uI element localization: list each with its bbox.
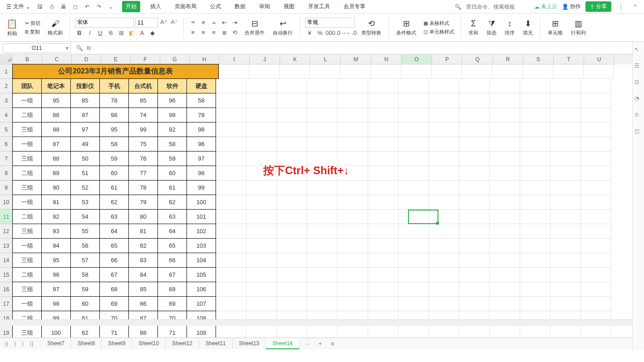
cell-H7[interactable]: 97 [187,151,216,166]
cell-Q19[interactable] [459,326,490,338]
cell-G14[interactable]: 66 [157,253,187,268]
cell-O12[interactable] [398,224,429,239]
cell-F3[interactable]: 85 [128,93,158,108]
cell-Q17[interactable] [459,297,490,311]
type-convert-button[interactable]: ⟲类型转换 [359,18,384,37]
cell-I19[interactable] [216,326,246,338]
sheet-tab-Sheet14[interactable]: Sheet14 [266,338,300,349]
ribbon-tab-0[interactable]: 开始 [122,1,140,12]
cancel-icon[interactable]: 🔍 [76,45,83,51]
cell-N11[interactable] [368,210,398,224]
cell-N1[interactable] [371,64,401,79]
border-icon[interactable]: ⊞ [117,29,126,38]
cell-G11[interactable]: 63 [157,209,187,224]
table-style-button[interactable]: ▦表格样式 [422,20,456,27]
cell-B13[interactable]: 一组 [12,238,42,253]
row-header-11[interactable]: 11 [0,210,13,224]
col-header-M[interactable]: M [341,54,371,64]
col-header-E[interactable]: E [101,54,131,64]
sheet-tab-Sheet7[interactable]: Sheet7 [41,338,71,349]
cell-B11[interactable]: 二组 [12,209,42,224]
cell-G6[interactable]: 58 [157,137,187,152]
cell-Q16[interactable] [459,282,490,297]
cell-H19[interactable]: 109 [187,325,216,338]
cell-P16[interactable] [429,282,459,297]
cell-K15[interactable] [277,268,307,282]
undo-icon[interactable]: ↶ [82,2,92,12]
cell-C9[interactable]: 90 [41,180,71,195]
cell-U3[interactable] [581,93,611,108]
cell-G10[interactable]: 62 [157,195,187,210]
cell-M19[interactable] [338,326,368,338]
select-all-corner[interactable] [0,54,13,64]
cell-N10[interactable] [368,195,398,210]
more-icon[interactable]: ⋮ [616,2,626,12]
cell-Q3[interactable] [459,93,490,108]
row-header-19[interactable]: 19 [0,326,13,338]
cell-B9[interactable]: 三组 [12,180,42,195]
cell-T14[interactable] [551,253,581,268]
cell-R16[interactable] [490,282,520,297]
cell-N7[interactable] [368,152,398,166]
cell-O3[interactable] [398,93,429,108]
cell-E2[interactable]: 手机 [99,78,129,93]
cell-I3[interactable] [216,93,246,108]
cell-P12[interactable] [429,224,459,239]
cell-H12[interactable]: 102 [187,224,216,239]
row-header-13[interactable]: 13 [0,239,13,253]
cell-L14[interactable] [307,253,338,268]
cell-I13[interactable] [216,239,246,253]
cell-I7[interactable] [216,152,246,166]
cell-F10[interactable]: 79 [128,195,158,210]
cell-F8[interactable]: 77 [128,166,158,181]
cell-M3[interactable] [338,93,368,108]
cell-D14[interactable]: 57 [70,253,100,268]
cell-G4[interactable]: 98 [157,108,187,122]
cell-S1[interactable] [523,64,553,79]
cell-H3[interactable]: 58 [187,93,216,108]
cell-D15[interactable]: 58 [70,267,100,282]
cell-Q15[interactable] [459,268,490,282]
cell-J19[interactable] [246,326,277,338]
sum-button[interactable]: Σ求和 [466,18,481,37]
cell-U7[interactable] [581,152,611,166]
cell-Q2[interactable] [459,79,490,93]
ribbon-tab-3[interactable]: 公式 [206,1,225,12]
cell-U2[interactable] [581,79,611,93]
cell-B2[interactable]: 团队 [12,78,42,93]
cell-I5[interactable] [216,122,246,137]
cell-H5[interactable]: 98 [187,122,216,137]
first-sheet-icon[interactable]: |⟨ [4,341,10,347]
cell-L17[interactable] [307,297,338,311]
cell-P4[interactable] [429,108,459,122]
cell-B7[interactable]: 三组 [12,151,42,166]
cell-S4[interactable] [520,108,551,122]
cell-U1[interactable] [584,64,614,79]
cell-P14[interactable] [429,253,459,268]
col-header-S[interactable]: S [523,54,554,64]
cell-D9[interactable]: 52 [70,180,100,195]
sheet-tab-Sheet13[interactable]: Sheet13 [233,338,266,349]
cell-J1[interactable] [249,64,280,79]
cell-E8[interactable]: 60 [99,166,129,181]
cell-T11[interactable] [551,210,581,224]
cell-D4[interactable]: 87 [70,108,100,122]
font-color-icon[interactable]: A [138,29,147,38]
cell-N9[interactable] [368,181,398,195]
cell-F11[interactable]: 80 [128,209,158,224]
cell-S6[interactable] [520,137,551,152]
cell-C6[interactable]: 87 [41,137,71,152]
cell-H14[interactable]: 104 [187,253,216,268]
cell-Q1[interactable] [462,64,492,79]
cell-B14[interactable]: 三组 [12,253,42,268]
cell-H13[interactable]: 103 [187,238,216,253]
cell-F15[interactable]: 84 [128,267,158,282]
row-header-6[interactable]: 6 [0,137,13,152]
cell-M15[interactable] [338,268,368,282]
cell-J17[interactable] [246,297,277,311]
cell-E10[interactable]: 62 [99,195,129,210]
cell-H8[interactable]: 98 [187,166,216,181]
cell-U17[interactable] [581,297,611,311]
sheet-tab-Sheet12[interactable]: Sheet12 [166,338,199,349]
cell-M9[interactable] [338,181,368,195]
